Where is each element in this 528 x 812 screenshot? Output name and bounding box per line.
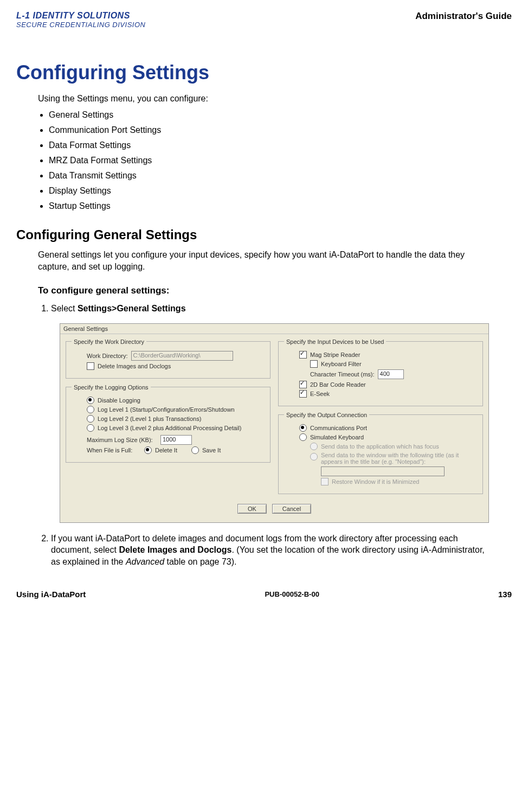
section-paragraph: General settings let you configure your … — [38, 249, 490, 272]
log-level-2-label: Log Level 2 (Level 1 plus Transactions) — [98, 415, 201, 422]
input-devices-legend: Specify the Input Devices to be Used — [284, 338, 386, 345]
delete-it-radio[interactable] — [144, 446, 152, 454]
log-level-3-label: Log Level 3 (Level 2 plus Additional Pro… — [98, 425, 241, 431]
char-timeout-field[interactable]: 400 — [378, 369, 404, 379]
disable-logging-radio[interactable] — [87, 397, 94, 404]
logo-line1: L-1 IDENTITY SOLUTIONS — [16, 11, 145, 21]
logo-line2: SECURE CREDENTIALING DIVISION — [16, 21, 145, 29]
list-item: Display Settings — [49, 186, 512, 196]
footer-center: PUB-00052-B-00 — [265, 590, 319, 598]
page-footer: Using iA-DataPort PUB-00052-B-00 139 — [16, 590, 512, 599]
eseek-checkbox[interactable] — [299, 390, 307, 398]
list-item: MRZ Data Format Settings — [49, 156, 512, 165]
list-item: Data Transmit Settings — [49, 171, 512, 181]
footer-right: 139 — [498, 590, 512, 599]
log-level-1-label: Log Level 1 (Startup/Configuration/Error… — [98, 406, 235, 413]
send-title-label: Send data to the window with the followi… — [321, 452, 462, 465]
section-heading-h2: Configuring General Settings — [16, 227, 512, 242]
procedure-steps-cont: If you want iA-DataPort to delete images… — [38, 533, 490, 568]
dialog-titlebar: General Settings — [60, 324, 488, 334]
log-level-1-radio[interactable] — [87, 406, 94, 413]
list-item: General Settings — [49, 110, 512, 120]
keyboard-filter-label: Keyboard Filter — [321, 361, 362, 367]
cancel-button[interactable]: Cancel — [272, 504, 311, 514]
mag-stripe-checkbox[interactable] — [299, 351, 307, 359]
delete-images-label: Delete Images and Doclogs — [98, 363, 171, 369]
disable-logging-label: Disable Logging — [98, 397, 140, 404]
keyboard-filter-checkbox[interactable] — [310, 360, 318, 368]
work-directory-field[interactable]: C:\BorderGuard\Working\ — [131, 351, 233, 361]
intro-text: Using the Settings menu, you can configu… — [38, 94, 512, 104]
logging-options-legend: Specify the Logging Options — [72, 384, 151, 391]
step-2: If you want iA-DataPort to delete images… — [51, 533, 490, 568]
work-directory-legend: Specify the Work Directory — [72, 338, 146, 345]
barcode-reader-checkbox[interactable] — [299, 381, 307, 388]
procedure-steps: Select Settings>General Settings — [38, 303, 490, 315]
step-1-bold: Settings>General Settings — [78, 304, 186, 313]
save-it-label: Save It — [202, 447, 221, 453]
step-1: Select Settings>General Settings — [51, 303, 490, 315]
list-item: Data Format Settings — [49, 140, 512, 150]
send-title-radio[interactable] — [310, 453, 318, 461]
procedure-heading: To configure general settings: — [38, 285, 512, 296]
step-2-italic: Advanced — [126, 557, 164, 566]
max-log-size-label: Maximum Log Size (KB): — [87, 437, 157, 443]
comm-port-radio[interactable] — [299, 424, 307, 432]
log-level-2-radio[interactable] — [87, 415, 94, 423]
logging-options-group: Specify the Logging Options Disable Logg… — [66, 384, 271, 463]
simulated-keyboard-radio[interactable] — [299, 433, 307, 441]
settings-list: General Settings Communication Port Sett… — [38, 110, 512, 211]
when-file-full-label: When File is Full: — [87, 447, 141, 453]
save-it-radio[interactable] — [191, 446, 199, 454]
max-log-size-field[interactable]: 1000 — [160, 435, 192, 445]
work-directory-label: Work Directory: — [87, 353, 128, 359]
mag-stripe-label: Mag Stripe Reader — [310, 351, 360, 358]
send-focus-radio[interactable] — [310, 443, 318, 450]
comm-port-label: Communications Port — [310, 425, 367, 431]
step-2-text-c: table on page 73). — [164, 557, 236, 566]
restore-window-checkbox[interactable] — [321, 478, 329, 485]
simulated-keyboard-label: Simulated Keyboard — [310, 434, 364, 440]
list-item: Startup Settings — [49, 201, 512, 211]
list-item: Communication Port Settings — [49, 125, 512, 135]
general-settings-dialog: General Settings Specify the Work Direct… — [60, 323, 489, 523]
input-devices-group: Specify the Input Devices to be Used Mag… — [278, 338, 483, 406]
restore-window-label: Restore Window if it is Minimized — [332, 478, 419, 485]
step-2-bold: Delete Images and Doclogs — [119, 545, 231, 554]
step-1-text: Select — [51, 304, 78, 313]
brand-logo: L-1 IDENTITY SOLUTIONS SECURE CREDENTIAL… — [16, 11, 145, 29]
window-title-field[interactable] — [321, 466, 445, 476]
eseek-label: E-Seek — [310, 391, 330, 397]
work-directory-group: Specify the Work Directory Work Director… — [66, 338, 271, 379]
send-focus-label: Send data to the application which has f… — [321, 443, 439, 450]
log-level-3-radio[interactable] — [87, 424, 94, 432]
footer-left: Using iA-DataPort — [16, 590, 86, 599]
output-connection-group: Specify the Output Connection Communicat… — [278, 412, 483, 494]
char-timeout-label: Character Timeout (ms): — [310, 371, 375, 378]
delete-it-label: Delete It — [155, 447, 177, 453]
barcode-reader-label: 2D Bar Code Reader — [310, 381, 366, 388]
ok-button[interactable]: OK — [237, 504, 267, 514]
document-title: Administrator's Guide — [415, 11, 512, 22]
page-heading-h1: Configuring Settings — [16, 61, 512, 84]
output-connection-legend: Specify the Output Connection — [284, 412, 369, 418]
delete-images-checkbox[interactable] — [87, 362, 94, 370]
